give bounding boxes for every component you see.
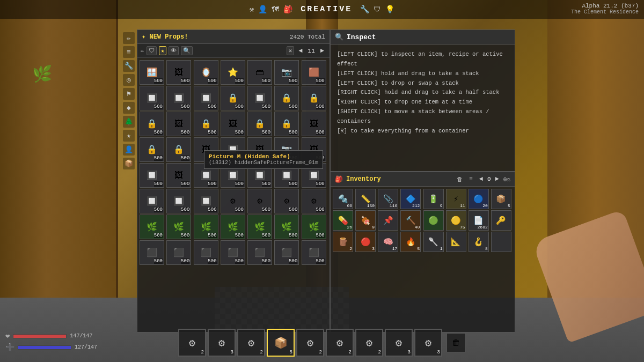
sidebar-icon-star[interactable]: ★ (123, 130, 135, 142)
item-cell[interactable]: 🖼500 (302, 112, 326, 136)
filter-btn-search[interactable]: 🔍 (181, 46, 193, 55)
sidebar-icon-list[interactable]: ≡ (123, 46, 135, 58)
inv-next-btn[interactable]: ► (493, 175, 501, 183)
item-cell[interactable]: ⬛500 (302, 240, 326, 265)
sidebar-icon-box[interactable]: 📦 (123, 158, 135, 169)
item-cell[interactable]: 🔒500 (302, 86, 326, 110)
inv-cell[interactable]: ⚡11 (446, 189, 466, 209)
item-cell[interactable]: 🔲500 (194, 189, 218, 213)
item-cell[interactable]: 🖼500 (166, 112, 191, 136)
item-cell[interactable]: 🖼500 (166, 163, 191, 188)
item-cell[interactable]: ⚙500 (247, 189, 272, 213)
item-cell[interactable]: 🔲500 (140, 163, 164, 188)
inv-cell[interactable]: 🍖9 (355, 210, 376, 231)
inv-cell[interactable] (491, 232, 511, 252)
hotbar-slot[interactable]: ⚙2 (178, 329, 206, 357)
inv-cell[interactable]: 📌 (378, 210, 398, 231)
sidebar-icon-tree[interactable]: 🌲 (123, 116, 135, 128)
hotbar-slot[interactable]: ⚙2 (296, 329, 324, 357)
clear-btn[interactable]: ✕ (287, 46, 295, 55)
item-cell[interactable]: 🌿500 (194, 215, 218, 239)
item-cell[interactable]: 🌿500 (302, 215, 326, 239)
inv-cell[interactable]: 🔋9 (423, 189, 444, 209)
inv-cell[interactable]: 📐 (446, 232, 466, 252)
item-cell[interactable]: 🔒500 (140, 137, 164, 162)
sidebar-icon-pencil[interactable]: ✏ (123, 32, 135, 44)
inv-trash-btn[interactable]: 🗑 (455, 175, 465, 183)
item-cell[interactable]: ⬛500 (194, 240, 218, 265)
item-cell[interactable]: 🌿500 (140, 215, 164, 239)
item-cell[interactable]: 🟫500 (302, 60, 326, 85)
item-cell[interactable]: 🔒500 (140, 112, 164, 136)
item-cell[interactable]: 🔒500 (274, 86, 299, 110)
item-cell[interactable]: 🌿500 (221, 215, 245, 239)
item-cell[interactable]: 📷500 (274, 60, 299, 85)
item-cell[interactable]: 🔒500 (194, 112, 218, 136)
item-cell[interactable]: 🔒500 (274, 112, 299, 136)
item-cell[interactable]: 🖼500 (166, 60, 191, 85)
item-cell[interactable]: 🔲500 (194, 86, 218, 110)
hotbar-slot[interactable]: ⚙3 (414, 329, 442, 357)
item-cell[interactable]: ⚙500 (302, 189, 326, 213)
item-cell[interactable]: 🔲500 (166, 189, 191, 213)
filter-btn-eye[interactable]: 👁 (169, 46, 179, 55)
item-cell[interactable]: 🌿500 (274, 215, 299, 239)
hotbar-slot[interactable]: ⚙2 (326, 329, 354, 357)
hotbar-slot[interactable]: ⚙3 (385, 329, 413, 357)
filter-btn-star[interactable]: ★ (159, 46, 167, 55)
inv-cell[interactable]: 📦5 (491, 189, 511, 209)
next-page-btn[interactable]: ► (318, 47, 326, 55)
item-cell[interactable]: 🔒500 (166, 137, 191, 162)
item-cell[interactable]: 🖼500 (221, 112, 245, 136)
item-cell[interactable]: ⬛500 (166, 240, 191, 265)
inv-cell[interactable]: 🪵2 (333, 232, 353, 252)
inv-cell[interactable]: 🔥5 (400, 232, 421, 252)
item-cell[interactable]: 🔒500 (221, 86, 245, 110)
item-cell[interactable]: ⚙500 (274, 189, 299, 213)
inv-cell[interactable]: 🟡75 (446, 210, 466, 231)
inv-cell[interactable]: 📏150 (355, 189, 376, 209)
inv-cell[interactable]: 🧠17 (378, 232, 398, 252)
inv-cell[interactable]: 🔑 (491, 210, 511, 231)
prev-page-btn[interactable]: ◄ (296, 47, 304, 55)
inv-stack-btn[interactable]: ≡ (467, 175, 475, 183)
inv-cell[interactable]: 🔩66 (333, 189, 353, 209)
inv-prev-btn[interactable]: ◄ (477, 175, 485, 183)
item-cell[interactable]: 🌿500 (247, 215, 272, 239)
item-cell[interactable]: 🗃500 (247, 60, 272, 85)
item-cell[interactable]: 🪟500 (140, 60, 164, 85)
hotbar-trash-btn[interactable]: 🗑 (447, 333, 466, 352)
sidebar-icon-wrench[interactable]: 🔧 (123, 60, 135, 72)
sidebar-icon-person[interactable]: 👤 (123, 144, 135, 156)
item-cell[interactable]: ⭐500 (221, 60, 245, 85)
inv-cell[interactable]: 🔴3 (355, 232, 376, 252)
hotbar-slot[interactable]: ⚙2 (355, 329, 383, 357)
item-cell[interactable]: 🌿500 (166, 215, 191, 239)
hotbar-slot[interactable]: ⚙3 (208, 329, 236, 357)
inv-cell[interactable]: 🟢 (423, 210, 444, 231)
inv-cell[interactable]: 📄2682 (469, 210, 489, 231)
item-cell[interactable]: 🔲500 (140, 86, 164, 110)
inv-cell[interactable]: 💊26 (333, 210, 353, 231)
inv-cell[interactable]: 🔵20 (469, 189, 489, 209)
item-cell[interactable]: 🔲500 (140, 189, 164, 213)
inv-cell[interactable]: 📎116 (378, 189, 398, 209)
item-cell[interactable]: ⬛500 (247, 240, 272, 265)
item-cell[interactable]: 🔲500 (166, 86, 191, 110)
inv-cell[interactable]: 🔷212 (400, 189, 421, 209)
item-cell[interactable]: 🪞500 (194, 60, 218, 85)
hotbar-slot[interactable]: ⚙2 (237, 329, 265, 357)
inv-cell[interactable]: 🔨40 (400, 210, 421, 231)
inv-cell[interactable]: 🪝8 (469, 232, 489, 252)
hotbar-slot[interactable]: 📦5 (267, 329, 295, 357)
item-cell[interactable]: 🔒500 (247, 112, 272, 136)
inv-cell[interactable]: 🥄1 (423, 232, 444, 252)
sidebar-icon-flag[interactable]: ⚑ (123, 88, 135, 100)
item-cell[interactable]: ⬛500 (274, 240, 299, 265)
item-cell[interactable]: ⬛500 (221, 240, 245, 265)
sidebar-icon-shape[interactable]: ◆ (123, 102, 135, 114)
item-cell[interactable]: ⚙500 (221, 189, 245, 213)
item-cell[interactable]: ⬛500 (140, 240, 164, 265)
filter-btn-shield[interactable]: 🛡 (147, 46, 157, 55)
sidebar-icon-target[interactable]: ◎ (123, 74, 135, 86)
